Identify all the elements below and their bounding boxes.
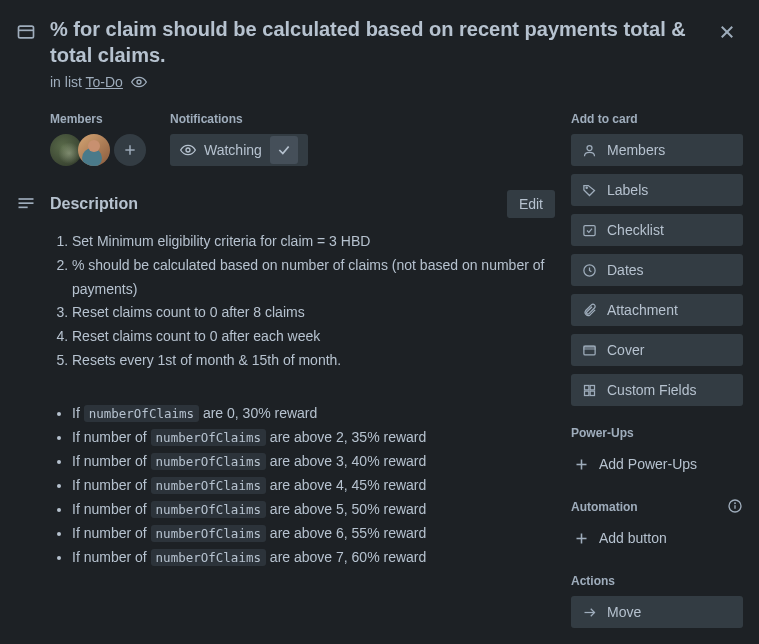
add-member-button[interactable] — [114, 134, 146, 166]
description-list-item: % should be calculated based on number o… — [72, 254, 555, 302]
code-token: numberOfClaims — [151, 477, 266, 494]
code-token: numberOfClaims — [151, 549, 266, 566]
svg-rect-20 — [590, 391, 594, 395]
add-powerups-button[interactable]: Add Power-Ups — [571, 448, 743, 480]
code-token: numberOfClaims — [151, 453, 266, 470]
description-list-item: If number of numberOfClaims are above 3,… — [72, 449, 555, 473]
actions-label: Actions — [571, 574, 743, 588]
eye-icon — [131, 74, 147, 90]
eye-icon — [180, 142, 196, 158]
card-header: % for claim should be calculated based o… — [16, 12, 743, 98]
description-list-item: Set Minimum eligibility criteria for cla… — [72, 230, 555, 254]
plus-icon — [123, 143, 137, 157]
description-title: Description — [50, 195, 507, 213]
plus-icon — [573, 531, 589, 546]
description-list-item: If number of numberOfClaims are above 4,… — [72, 473, 555, 497]
svg-point-25 — [735, 503, 736, 504]
add-automation-button[interactable]: Add button — [571, 522, 743, 554]
members-button[interactable]: Members — [571, 134, 743, 166]
user-icon — [581, 143, 597, 158]
plus-icon — [573, 457, 589, 472]
description-body[interactable]: Set Minimum eligibility criteria for cla… — [50, 230, 555, 569]
members-label: Members — [50, 112, 146, 126]
description-list-item: If number of numberOfClaims are above 6,… — [72, 521, 555, 545]
arrow-right-icon — [581, 605, 597, 620]
powerups-label: Power-Ups — [571, 426, 743, 440]
attachment-button[interactable]: Attachment — [571, 294, 743, 326]
card-modal: % for claim should be calculated based o… — [0, 0, 759, 644]
watching-check — [270, 136, 298, 164]
description-list-item: If number of numberOfClaims are above 7,… — [72, 545, 555, 569]
description-list-item: If number of numberOfClaims are above 2,… — [72, 425, 555, 449]
checklist-icon — [581, 223, 597, 238]
description-list-item: Reset claims count to 0 after 8 claims — [72, 301, 555, 325]
move-button[interactable]: Move — [571, 596, 743, 628]
automation-label: Automation — [571, 500, 743, 514]
attachment-icon — [581, 303, 597, 318]
check-icon — [277, 143, 291, 157]
list-link[interactable]: To-Do — [86, 74, 123, 90]
card-icon — [16, 16, 40, 42]
notifications-label: Notifications — [170, 112, 308, 126]
close-button[interactable] — [711, 16, 743, 48]
add-to-card-label: Add to card — [571, 112, 743, 126]
description-list-item: Reset claims count to 0 after each week — [72, 325, 555, 349]
sidebar: Add to card Members Labels Checklist Dat… — [571, 112, 743, 628]
svg-point-11 — [587, 145, 592, 150]
description-list-item: If number of numberOfClaims are above 5,… — [72, 497, 555, 521]
card-list-line: in list To-Do — [50, 74, 701, 90]
cover-button[interactable]: Cover — [571, 334, 743, 366]
watching-button[interactable]: Watching — [170, 134, 308, 166]
fields-icon — [581, 383, 597, 398]
main-column: Members Notifications Watching — [16, 112, 555, 628]
dates-button[interactable]: Dates — [571, 254, 743, 286]
description-header: Description Edit — [16, 190, 555, 218]
svg-rect-0 — [19, 26, 34, 38]
close-icon — [718, 23, 736, 41]
svg-point-2 — [137, 80, 141, 84]
svg-rect-17 — [584, 385, 588, 389]
description-list-item: If numberOfClaims are 0, 30% reward — [72, 401, 555, 425]
edit-button[interactable]: Edit — [507, 190, 555, 218]
code-token: numberOfClaims — [151, 525, 266, 542]
notifications-section: Notifications Watching — [170, 112, 308, 166]
code-token: numberOfClaims — [151, 501, 266, 518]
description-icon — [16, 194, 40, 214]
code-token: numberOfClaims — [84, 405, 199, 422]
members-section: Members — [50, 112, 146, 166]
svg-rect-13 — [583, 225, 594, 235]
svg-rect-18 — [590, 385, 594, 389]
svg-point-7 — [186, 148, 190, 152]
card-title[interactable]: % for claim should be calculated based o… — [50, 16, 701, 68]
description-list-item: Resets every 1st of month & 15th of mont… — [72, 349, 555, 373]
member-avatar-2[interactable] — [78, 134, 110, 166]
labels-button[interactable]: Labels — [571, 174, 743, 206]
tag-icon — [581, 183, 597, 198]
code-token: numberOfClaims — [151, 429, 266, 446]
checklist-button[interactable]: Checklist — [571, 214, 743, 246]
svg-rect-16 — [583, 346, 594, 349]
clock-icon — [581, 263, 597, 278]
custom-fields-button[interactable]: Custom Fields — [571, 374, 743, 406]
svg-point-12 — [586, 187, 587, 188]
info-icon[interactable] — [727, 498, 743, 514]
cover-icon — [581, 343, 597, 358]
svg-rect-19 — [584, 391, 588, 395]
